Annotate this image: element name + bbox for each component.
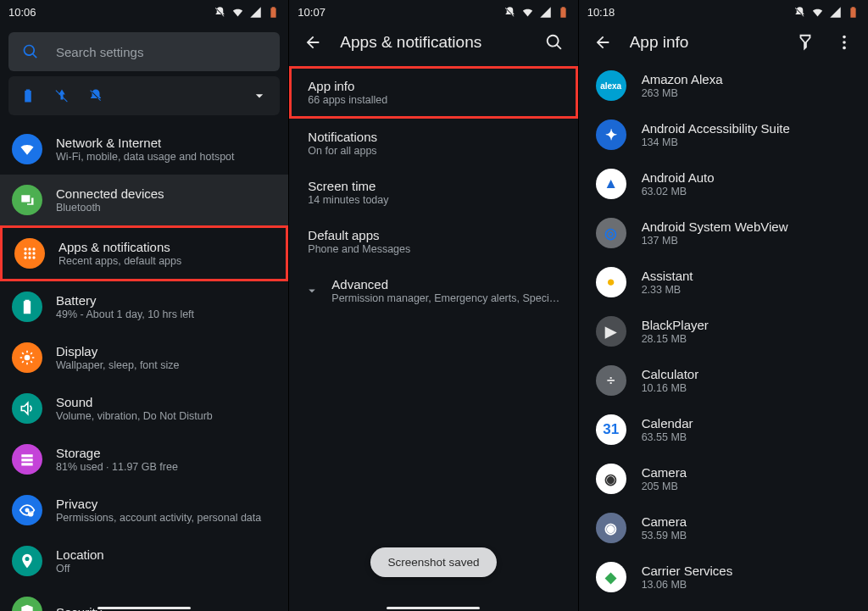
- row-location[interactable]: Location Off: [0, 536, 288, 586]
- back-icon: [593, 33, 612, 52]
- row-network[interactable]: Network & Internet Wi-Fi, mobile, data u…: [0, 124, 288, 175]
- app-icon: ✦: [596, 119, 626, 150]
- row-display[interactable]: Display Wallpaper, sleep, font size: [0, 332, 288, 383]
- row-app-info[interactable]: App info 66 apps installed: [289, 66, 577, 119]
- back-button[interactable]: [301, 31, 325, 54]
- status-bar: 10:06: [0, 0, 288, 24]
- overflow-button[interactable]: [832, 31, 856, 54]
- wifi-circle-icon: [19, 141, 36, 158]
- row-title: Connected devices: [56, 186, 164, 201]
- filter-button[interactable]: [793, 31, 817, 54]
- quick-settings-row[interactable]: [8, 76, 280, 115]
- row-title: App info: [308, 79, 561, 93]
- battery-icon: [19, 298, 36, 315]
- app-size: 63.55 MB: [642, 431, 693, 443]
- back-button[interactable]: [591, 31, 615, 54]
- app-row[interactable]: ◎Android System WebView137 MB: [579, 208, 868, 258]
- clock: 10:07: [298, 6, 326, 19]
- app-name: Calculator: [642, 367, 699, 381]
- row-sub: Phone and Messages: [308, 243, 564, 255]
- app-row[interactable]: ▶BlackPlayer28.15 MB: [579, 307, 868, 356]
- page-title: App info: [630, 33, 778, 52]
- row-battery[interactable]: Battery 49% - About 1 day, 10 hrs left: [0, 281, 288, 332]
- header: App info: [579, 24, 868, 61]
- svg-point-9: [25, 355, 31, 361]
- nav-indicator[interactable]: [387, 607, 480, 609]
- svg-point-12: [843, 36, 846, 39]
- row-notifications[interactable]: Notifications On for all apps: [289, 119, 577, 168]
- row-storage[interactable]: Storage 81% used · 11.97 GB free: [0, 434, 288, 485]
- app-name: Assistant: [642, 269, 693, 283]
- app-icon: 31: [596, 414, 626, 445]
- row-apps-notifications[interactable]: Apps & notifications Recent apps, defaul…: [0, 225, 288, 281]
- clock: 10:18: [587, 6, 615, 19]
- row-screen-time[interactable]: Screen time 14 minutes today: [289, 168, 577, 217]
- status-icons: [504, 6, 570, 19]
- location-icon: [19, 553, 36, 569]
- mute-icon: [88, 88, 103, 103]
- app-row[interactable]: 31Calendar63.55 MB: [579, 405, 868, 454]
- app-size: 63.02 MB: [642, 186, 715, 197]
- app-row[interactable]: ◆Carrier Services13.06 MB: [579, 553, 868, 602]
- row-title: Apps & notifications: [58, 240, 181, 254]
- row-sound[interactable]: Sound Volume, vibration, Do Not Disturb: [0, 383, 288, 434]
- svg-point-14: [843, 47, 846, 50]
- app-name: Android Accessibility Suite: [642, 121, 790, 136]
- app-icon: ◉: [596, 464, 626, 494]
- app-row[interactable]: ◉Camera205 MB: [579, 454, 868, 503]
- app-name: Amazon Alexa: [642, 72, 723, 86]
- dnd-off-icon: [214, 6, 226, 19]
- app-name: Camera: [642, 514, 687, 529]
- header: Apps & notifications: [289, 24, 577, 61]
- app-row[interactable]: alexaAmazon Alexa263 MB: [579, 61, 868, 110]
- row-title: Privacy: [56, 497, 261, 511]
- apps-icon: [21, 245, 38, 262]
- app-row[interactable]: ●Assistant2.33 MB: [579, 258, 868, 307]
- battery-icon: [557, 6, 570, 19]
- row-title: Location: [56, 547, 104, 562]
- row-sub: 81% used · 11.97 GB free: [56, 461, 178, 473]
- app-icon: ◉: [596, 513, 626, 543]
- status-bar: 10:07: [289, 0, 577, 24]
- svg-point-4: [28, 252, 31, 254]
- app-name: Android Auto: [642, 170, 715, 185]
- app-name: Camera: [642, 465, 687, 480]
- row-title: Security: [56, 605, 102, 612]
- filter-icon: [796, 33, 815, 52]
- search-placeholder: Search settings: [56, 45, 143, 59]
- screen-app-info: 10:18 App info alexaAmazon Alexa263 MB✦A…: [579, 0, 868, 611]
- svg-point-6: [24, 256, 26, 258]
- app-row[interactable]: ✦Android Accessibility Suite134 MB: [579, 110, 868, 159]
- back-icon: [303, 33, 322, 52]
- battery-icon: [267, 6, 280, 19]
- app-row[interactable]: ▲Android Auto63.02 MB: [579, 159, 868, 208]
- row-privacy[interactable]: Privacy Permissions, account activity, p…: [0, 485, 288, 536]
- app-name: Android System WebView: [642, 219, 788, 234]
- expand-icon-wrap: [301, 283, 323, 298]
- security-icon: [19, 603, 36, 611]
- app-size: 10.16 MB: [642, 382, 699, 394]
- app-icon: ●: [596, 267, 626, 297]
- app-row[interactable]: ÷Calculator10.16 MB: [579, 356, 868, 405]
- row-title: Sound: [56, 395, 213, 409]
- app-row[interactable]: ◉Camera53.59 MB: [579, 503, 868, 553]
- nav-indicator[interactable]: [97, 607, 191, 609]
- svg-point-2: [32, 247, 35, 250]
- row-advanced[interactable]: Advanced Permission manager, Emergency a…: [289, 266, 577, 315]
- row-sub: 49% - About 1 day, 10 hrs left: [56, 308, 194, 320]
- screen-apps-notifications: 10:07 Apps & notifications App info 66 a…: [289, 0, 578, 611]
- search-button[interactable]: [542, 31, 566, 54]
- clock: 10:06: [8, 6, 36, 19]
- row-connected-devices[interactable]: Connected devices Bluetooth: [0, 175, 288, 225]
- row-sub: Volume, vibration, Do Not Disturb: [56, 410, 213, 422]
- row-default-apps[interactable]: Default apps Phone and Messages: [289, 217, 577, 266]
- dnd-off-icon: [504, 6, 516, 19]
- row-sub: Bluetooth: [56, 202, 164, 214]
- app-icon: ◎: [596, 218, 626, 248]
- search-settings[interactable]: Search settings: [8, 32, 280, 71]
- toast-screenshot-saved[interactable]: Screenshot saved: [370, 547, 496, 577]
- app-name: BlackPlayer: [642, 318, 709, 332]
- battery-icon: [847, 6, 860, 19]
- sound-icon: [19, 400, 36, 417]
- svg-point-8: [32, 256, 35, 258]
